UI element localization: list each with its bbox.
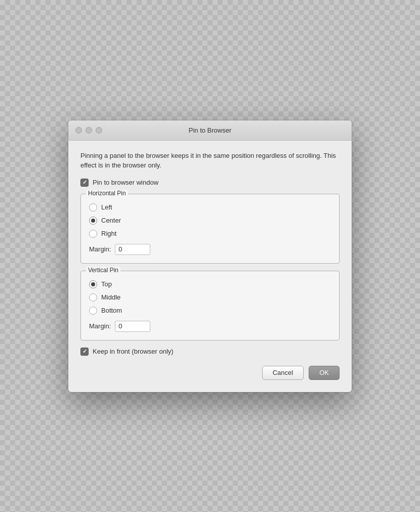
- ok-button[interactable]: OK: [309, 366, 340, 380]
- vertical-bottom-label: Bottom: [101, 307, 122, 314]
- horizontal-right-radio[interactable]: [89, 230, 97, 238]
- horizontal-margin-input[interactable]: [115, 244, 150, 255]
- vertical-pin-group: Vertical Pin Top Middle Bottom Margin:: [80, 271, 340, 340]
- horizontal-pin-legend: Horizontal Pin: [86, 190, 128, 197]
- horizontal-center-label: Center: [101, 217, 121, 224]
- horizontal-left-radio[interactable]: [89, 203, 97, 211]
- horizontal-right-item[interactable]: Right: [89, 230, 331, 238]
- close-button[interactable]: [75, 127, 82, 134]
- vertical-margin-row: Margin:: [89, 321, 331, 332]
- horizontal-center-item[interactable]: Center: [89, 217, 331, 225]
- button-row: Cancel OK: [80, 366, 340, 382]
- horizontal-pin-group: Horizontal Pin Left Center Right Margin:: [80, 194, 340, 264]
- vertical-bottom-radio[interactable]: [89, 307, 97, 315]
- vertical-radio-group: Top Middle Bottom: [89, 280, 331, 315]
- cancel-button[interactable]: Cancel: [262, 366, 304, 380]
- vertical-top-label: Top: [101, 280, 112, 288]
- title-bar: Pin to Browser: [68, 120, 352, 141]
- vertical-margin-label: Margin:: [89, 322, 111, 330]
- horizontal-left-label: Left: [101, 203, 112, 211]
- keep-in-front-row: Keep in front (browser only): [80, 348, 340, 356]
- vertical-middle-label: Middle: [101, 293, 120, 301]
- pin-to-browser-checkbox[interactable]: [80, 179, 89, 187]
- vertical-middle-item[interactable]: Middle: [89, 293, 331, 302]
- vertical-margin-input[interactable]: [115, 321, 150, 332]
- vertical-top-item[interactable]: Top: [89, 280, 331, 288]
- horizontal-right-label: Right: [101, 230, 116, 237]
- window-content: Pinning a panel to the browser keeps it …: [68, 141, 352, 392]
- horizontal-margin-row: Margin:: [89, 244, 331, 255]
- traffic-lights: [75, 127, 102, 134]
- zoom-button[interactable]: [96, 127, 102, 134]
- horizontal-center-radio[interactable]: [89, 217, 97, 225]
- vertical-pin-legend: Vertical Pin: [86, 267, 120, 274]
- horizontal-margin-label: Margin:: [89, 245, 111, 253]
- vertical-middle-radio[interactable]: [89, 293, 97, 302]
- pin-to-browser-row: Pin to browser window: [80, 179, 340, 187]
- window-title: Pin to Browser: [189, 126, 232, 134]
- keep-in-front-checkbox[interactable]: [80, 348, 89, 356]
- vertical-bottom-item[interactable]: Bottom: [89, 307, 331, 315]
- description-text: Pinning a panel to the browser keeps it …: [80, 151, 340, 170]
- dialog-window: Pin to Browser Pinning a panel to the br…: [68, 120, 352, 392]
- horizontal-left-item[interactable]: Left: [89, 203, 331, 211]
- minimize-button[interactable]: [86, 127, 92, 134]
- keep-in-front-label: Keep in front (browser only): [93, 348, 174, 355]
- vertical-top-radio[interactable]: [89, 280, 97, 288]
- pin-to-browser-label: Pin to browser window: [93, 179, 158, 186]
- horizontal-radio-group: Left Center Right: [89, 203, 331, 238]
